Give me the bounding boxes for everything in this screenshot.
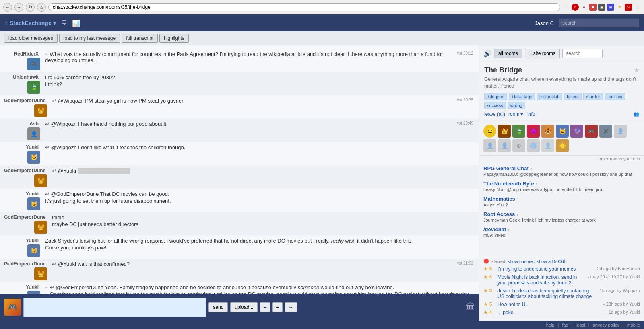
list-item[interactable]: 🌀 xyxy=(527,139,540,152)
list-item[interactable]: 😈 xyxy=(527,125,540,138)
info-action[interactable]: info xyxy=(527,111,535,117)
avatar: 🐱 xyxy=(27,291,40,294)
room-users-icon: 👥 xyxy=(634,111,639,117)
list-item[interactable]: 👤 xyxy=(541,139,554,152)
list-item[interactable]: 👤 xyxy=(614,125,627,138)
msg-left: GodEmperorDune 👑 xyxy=(4,97,47,117)
message-author: GodEmperorDune xyxy=(4,168,47,173)
faq-link[interactable]: faq xyxy=(562,323,568,327)
list-item[interactable]: 👑 xyxy=(498,125,511,138)
mobile-link[interactable]: mobile xyxy=(627,323,640,327)
list-item: ★ 6 I'm trying to understand your memes … xyxy=(483,266,640,272)
se-logo[interactable]: ≡ StackExchange ▾ xyxy=(5,20,56,26)
legal-link[interactable]: legal xyxy=(576,323,585,327)
list-item[interactable]: 😐 xyxy=(483,125,496,138)
table-row: Ash 👤 vst 20:49 ↵ @Wipqozn I have heard … xyxy=(0,119,479,142)
tag-doggos[interactable]: +doggos xyxy=(484,93,507,100)
message-input[interactable] xyxy=(23,298,206,317)
tag-murder[interactable]: murder xyxy=(583,93,603,100)
load-older-btn[interactable]: load older messages xyxy=(4,34,58,43)
header-search-input[interactable] xyxy=(559,19,639,27)
list-item: ★ 4 ... poke - 1d ago by Yuuki xyxy=(483,310,640,315)
home-button[interactable]: ⌂ xyxy=(37,3,46,12)
starred-link[interactable]: ... poke xyxy=(497,310,604,315)
tag-wrong[interactable]: wrong xyxy=(508,102,525,109)
starred-link[interactable]: I'm trying to understand your memes xyxy=(497,266,593,272)
starred-meta: - 2d ago by BlueBarren xyxy=(594,266,640,271)
message-body: vst 20:49 ↵ @Wipqozn I have heard nothin… xyxy=(43,120,475,129)
chat-icon[interactable]: 🗨 xyxy=(61,19,67,27)
msg-left: Yuuki 🐱 xyxy=(4,237,40,257)
list-item[interactable]: 👤 xyxy=(498,139,511,152)
message-timestamp: vst 20:49 xyxy=(457,121,473,125)
list-item: ★ 3 Justin Trudeau has been quietly cont… xyxy=(483,288,640,299)
logo-dropdown[interactable]: ▾ xyxy=(53,20,56,26)
list-item[interactable]: 👤 xyxy=(483,139,496,152)
tag-lazers[interactable]: lazers xyxy=(564,93,581,100)
reply-marker: ↵ xyxy=(45,121,50,127)
upload-button[interactable]: upload... xyxy=(230,302,258,312)
site-rooms-tab[interactable]: .. site rooms xyxy=(525,49,560,58)
list-item: It's just going to set them up for futur… xyxy=(45,198,473,204)
tag-fake-tags[interactable]: +fake-tags xyxy=(509,93,535,100)
room-star-icon[interactable]: ★ xyxy=(634,66,639,74)
full-transcript-btn[interactable]: full transcript xyxy=(122,34,158,43)
privacy-link[interactable]: privacy policy xyxy=(593,323,619,327)
sidebar-search-input[interactable] xyxy=(562,49,603,58)
list-item[interactable]: 🐯 xyxy=(541,125,554,138)
url-bar[interactable] xyxy=(48,3,560,11)
list-item[interactable]: 🐱 xyxy=(556,125,569,138)
list-item[interactable]: 🎮 xyxy=(585,125,598,138)
format-btn-3[interactable]: → xyxy=(285,302,297,312)
starred-link[interactable]: Justin Trudeau has been quietly contacti… xyxy=(497,288,595,299)
load-last-btn[interactable]: load to my last message xyxy=(59,34,120,43)
sound-icon[interactable]: 🔊 xyxy=(483,50,491,58)
sidebar: 🔊 all rooms .. site rooms The Bridge ★ G… xyxy=(479,45,644,321)
format-btn-2[interactable]: – xyxy=(272,302,283,312)
help-link[interactable]: help xyxy=(546,323,555,327)
message-author: GodEmperorDune xyxy=(4,98,47,103)
leave-action[interactable]: leave (all) xyxy=(484,111,505,117)
forward-button[interactable]: → xyxy=(14,3,23,12)
all-rooms-tab[interactable]: all rooms xyxy=(494,49,522,58)
room-link-19b[interactable]: The Nineteenth Byte ↑ xyxy=(483,181,640,187)
logo-icon: ≡ xyxy=(5,20,8,26)
star-icon: ★ xyxy=(483,274,488,280)
header-right: Jason C xyxy=(535,19,639,27)
list-item[interactable]: 🌟 xyxy=(556,139,569,152)
footer-links: help | faq | legal | privacy policy | mo… xyxy=(546,323,640,327)
table-row: Yuuki 🐱 ↵ @GodEmperorDune That DC movies… xyxy=(0,189,479,212)
table-row: GodEmperorDune 👑 lelele maybe DC just ne… xyxy=(0,212,479,235)
tag-success[interactable]: success xyxy=(484,102,506,109)
list-item[interactable]: ⚔ xyxy=(599,125,612,138)
tag-politics[interactable]: -politics xyxy=(605,93,625,100)
avatar: 👑 xyxy=(34,267,47,280)
list-item[interactable]: ⊕ xyxy=(512,139,525,152)
bookmark-icon[interactable]: ☆ xyxy=(563,4,570,11)
author-name: Yuuki xyxy=(26,191,39,197)
starred-link[interactable]: How not to UI. xyxy=(497,302,602,307)
chart-icon[interactable]: 📊 xyxy=(72,19,80,27)
room-action[interactable]: room▼ xyxy=(508,111,524,117)
author-name: GodEmperorDune xyxy=(4,261,45,267)
highlights-btn[interactable]: highlights xyxy=(159,34,189,43)
tag-jin-fanclub[interactable]: jin-fanclub xyxy=(537,93,562,100)
send-button[interactable]: send xyxy=(208,302,228,312)
room-link-rpg[interactable]: RPG General Chat ↑ xyxy=(483,165,640,171)
list-item[interactable]: 🔮 xyxy=(570,125,583,138)
refresh-button[interactable]: ↻ xyxy=(26,3,35,12)
star-icon: ★ xyxy=(483,302,488,307)
chat-input-bar: 🎮 send upload... – – → 🏛 xyxy=(0,294,479,321)
list-item: ↵ @Wipqozn I have heard nothing but good… xyxy=(45,121,473,127)
format-btn-1[interactable]: – xyxy=(260,302,270,312)
username: Jason C xyxy=(535,20,554,26)
starred-link[interactable]: Movie Night is back in action, send in y… xyxy=(497,274,586,286)
show-more-link[interactable]: show 5 more / show all 50068 xyxy=(508,259,566,264)
message-timestamp: vst 20:35 xyxy=(457,98,473,102)
back-button[interactable]: ← xyxy=(3,3,12,12)
msg-left: GodEmperorDune 👑 xyxy=(4,214,47,234)
room-link-dev[interactable]: /dev/chat ↑ xyxy=(483,226,640,232)
list-item[interactable]: 🍃 xyxy=(512,125,525,138)
room-link-root[interactable]: Root Access ↑ xyxy=(483,211,640,217)
room-link-math[interactable]: Mathematics ↑ xyxy=(483,196,640,202)
